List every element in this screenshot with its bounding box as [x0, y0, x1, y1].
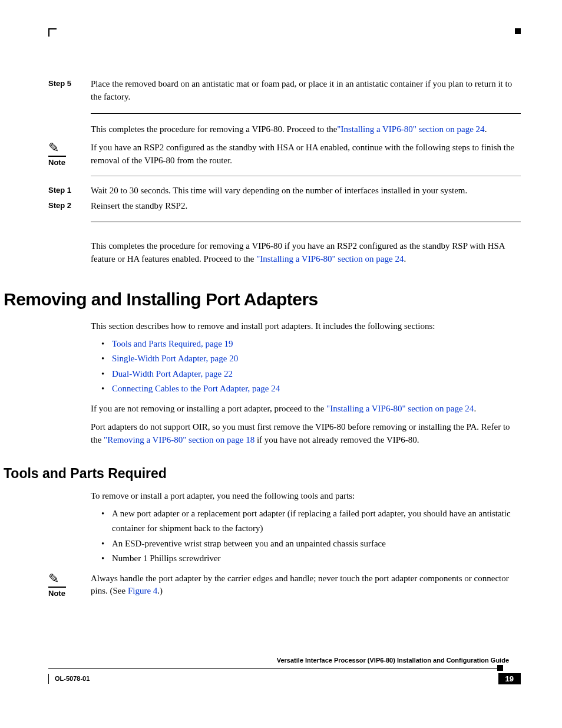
step-1-row: Step 1 Wait 20 to 30 seconds. This time …	[48, 185, 521, 197]
list-item: Connecting Cables to the Port Adapter, p…	[101, 381, 521, 397]
list-item: A new port adapter or a replacement port…	[101, 506, 521, 536]
xref-installing-vip6-80[interactable]: "Installing a VIP6-80" section on page 2…	[256, 254, 404, 263]
note-block-2: ✎ Note Always handle the port adapter by…	[48, 572, 521, 598]
xref-tools-parts[interactable]: Tools and Parts Required, page 19	[112, 339, 233, 348]
list-item: An ESD-preventive wrist strap between yo…	[101, 536, 521, 552]
tools-list: A new port adapter or a replacement port…	[101, 506, 521, 566]
step-text: Wait 20 to 30 seconds. This time will va…	[91, 185, 521, 197]
text: .)	[157, 586, 163, 595]
footer-bottom-row: OL-5078-01 19	[48, 673, 521, 684]
document-page: Step 5 Place the removed board on an ant…	[0, 0, 562, 702]
rule	[91, 176, 521, 176]
note-icon-column: ✎ Note	[48, 572, 91, 598]
text: .	[474, 404, 476, 413]
footer-line	[48, 668, 497, 669]
step-5-row: Step 5 Place the removed board on an ant…	[48, 78, 521, 104]
xref-installing-vip6-80[interactable]: "Installing a VIP6-80" section on page 2…	[337, 124, 484, 134]
list-item: Single-Width Port Adapter, page 20	[101, 351, 521, 367]
text: This completes the procedure for removin…	[91, 124, 337, 134]
note-body: Always handle the port adapter by the ca…	[91, 572, 521, 598]
footer-doc-title: Versatile Interface Processor (VIP6-80) …	[91, 657, 521, 664]
xref-figure-4[interactable]: Figure 4	[128, 586, 157, 595]
completion-paragraph-2: This completes the procedure for removin…	[91, 240, 521, 266]
pencil-icon: ✎	[48, 141, 66, 157]
step-label: Step 2	[48, 200, 91, 213]
skip-paragraph: If you are not removing or installing a …	[91, 403, 521, 416]
list-item: Dual-Width Port Adapter, page 22	[101, 367, 521, 382]
text: if you have not already removed the VIP6…	[254, 435, 419, 444]
note-label: Note	[48, 589, 91, 598]
corner-top-left-mark	[48, 28, 57, 37]
xref-single-width[interactable]: Single-Width Port Adapter, page 20	[112, 354, 238, 363]
xref-dual-width[interactable]: Dual-Width Port Adapter, page 22	[112, 369, 233, 378]
step-text: Place the removed board on an antistatic…	[91, 78, 521, 104]
note-body: If you have an RSP2 configured as the st…	[91, 141, 521, 167]
rule	[91, 222, 521, 222]
section-intro: This section describes how to remove and…	[91, 320, 521, 333]
page-content: Step 5 Place the removed board on an ant…	[91, 28, 521, 684]
xref-removing-vip6-80[interactable]: "Removing a VIP6-80" section on page 18	[104, 435, 254, 444]
footer-page-number: 19	[498, 673, 521, 684]
list-item: Tools and Parts Required, page 19	[101, 337, 521, 352]
note-label: Note	[48, 158, 91, 167]
footer-rule	[48, 666, 521, 672]
footer-doc-number: OL-5078-01	[48, 674, 90, 684]
page-footer: Versatile Interface Processor (VIP6-80) …	[91, 657, 521, 684]
list-item: Number 1 Phillips screwdriver	[101, 551, 521, 566]
completion-paragraph-1: This completes the procedure for removin…	[91, 123, 521, 136]
note-block-1: ✎ Note If you have an RSP2 configured as…	[48, 141, 521, 167]
note-icon-column: ✎ Note	[48, 141, 91, 167]
xref-installing-vip6-80[interactable]: "Installing a VIP6-80" section on page 2…	[326, 404, 474, 413]
oir-paragraph: Port adapters do not support OIR, so you…	[91, 421, 521, 447]
step-text: Reinsert the standby RSP2.	[91, 200, 521, 213]
tools-intro: To remove or install a port adapter, you…	[91, 490, 521, 503]
text: .	[404, 254, 406, 263]
heading-removing-installing-port-adapters: Removing and Installing Port Adapters	[4, 289, 521, 309]
section-toc-list: Tools and Parts Required, page 19 Single…	[101, 337, 521, 397]
footer-square-mark	[497, 665, 503, 671]
step-2-row: Step 2 Reinsert the standby RSP2.	[48, 200, 521, 213]
rule	[91, 113, 521, 114]
heading-tools-parts-required: Tools and Parts Required	[4, 466, 521, 482]
pencil-icon: ✎	[48, 572, 66, 588]
step-label: Step 1	[48, 185, 91, 197]
corner-top-right-square	[515, 28, 521, 34]
text: If you are not removing or installing a …	[91, 404, 326, 413]
text: .	[485, 124, 487, 134]
xref-connecting-cables[interactable]: Connecting Cables to the Port Adapter, p…	[112, 384, 280, 393]
step-label: Step 5	[48, 78, 91, 104]
